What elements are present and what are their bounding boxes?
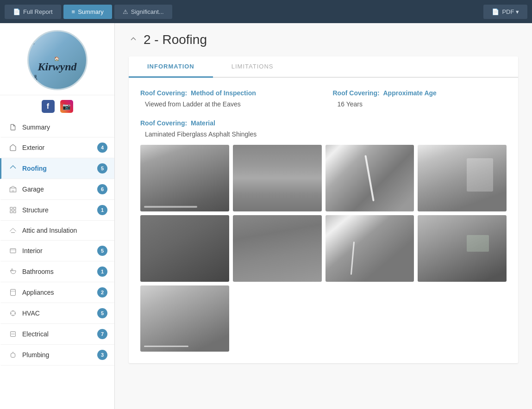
roof-image-9[interactable]: [140, 285, 229, 352]
tab-content-information: Roof Covering: Method of Inspection View…: [129, 78, 518, 363]
svg-rect-11: [11, 289, 16, 295]
age-label: Roof Covering: Approximate Age: [333, 89, 507, 97]
sidebar-item-garage[interactable]: Garage 6: [0, 179, 114, 200]
full-report-button[interactable]: 📄 Full Report: [5, 5, 61, 19]
section-heading: 2 - Roofing: [144, 32, 207, 47]
method-value: Viewed from Ladder at the Eaves: [140, 100, 314, 108]
top-navigation: 📄 Full Report ≡ Summary ⚠ Significant...…: [0, 0, 532, 23]
instagram-icon[interactable]: 📷: [60, 100, 73, 113]
sidebar-item-exterior[interactable]: Exterior 4: [0, 137, 114, 158]
interior-badge: 5: [97, 246, 107, 256]
sidebar-label-electrical: Electrical: [22, 330, 97, 338]
facebook-icon[interactable]: f: [42, 100, 55, 113]
exterior-icon: [8, 143, 18, 152]
sidebar-label-attic: Attic and Insulation: [22, 227, 107, 234]
roofing-badge: 5: [97, 163, 107, 174]
logo-circle: REAL ESTATE SERVICES 🏠 Kirwynd INTERNACH…: [27, 30, 88, 90]
main-layout: REAL ESTATE SERVICES 🏠 Kirwynd INTERNACH…: [0, 23, 532, 409]
garage-icon: [8, 185, 18, 194]
svg-rect-6: [10, 211, 13, 213]
sidebar-label-garage: Garage: [22, 186, 97, 193]
material-value: Laminated Fiberglass Asphalt Shingles: [140, 130, 507, 138]
roof-image-7[interactable]: [325, 215, 414, 282]
info-row-1: Roof Covering: Method of Inspection View…: [140, 89, 507, 108]
svg-text:REAL ESTATE SERVICES: REAL ESTATE SERVICES: [32, 36, 75, 44]
collapse-icon[interactable]: [129, 34, 138, 46]
hvac-icon: [8, 309, 18, 318]
sidebar-item-hvac[interactable]: HVAC 5: [0, 303, 114, 324]
sidebar-label-summary: Summary: [22, 124, 107, 131]
svg-rect-4: [10, 207, 13, 210]
tab-limitations[interactable]: LIMITATIONS: [213, 56, 292, 78]
roof-image-2[interactable]: [233, 145, 322, 211]
sidebar-label-roofing: Roofing: [22, 165, 97, 172]
bathrooms-icon: [8, 267, 18, 276]
structure-badge: 1: [97, 205, 107, 215]
sidebar-label-interior: Interior: [22, 247, 97, 254]
roof-image-3[interactable]: [325, 145, 414, 211]
svg-rect-3: [12, 190, 14, 192]
svg-rect-14: [11, 332, 16, 337]
sidebar-item-structure[interactable]: Structure 1: [0, 200, 114, 221]
sidebar-item-plumbing[interactable]: Plumbing 3: [0, 345, 114, 366]
svg-rect-5: [13, 207, 16, 210]
tabs-header: INFORMATION LIMITATIONS: [129, 56, 518, 78]
svg-rect-9: [10, 248, 16, 253]
sidebar-label-hvac: HVAC: [22, 310, 97, 317]
appliances-badge: 2: [97, 287, 107, 297]
document-small-icon: [8, 123, 18, 132]
appliances-icon: [8, 288, 18, 297]
sidebar-label-appliances: Appliances: [22, 289, 97, 296]
plumbing-badge: 3: [97, 350, 107, 360]
sidebar-navigation: Summary Exterior 4 Roofing 5: [0, 118, 114, 409]
sidebar-item-interior[interactable]: Interior 5: [0, 241, 114, 261]
section-title: 2 - Roofing: [129, 32, 518, 47]
garage-badge: 6: [97, 184, 107, 194]
roof-image-8[interactable]: [418, 215, 507, 282]
sidebar-item-bathrooms[interactable]: Bathrooms 1: [0, 261, 114, 282]
structure-icon: [8, 205, 18, 215]
hvac-badge: 5: [97, 308, 107, 318]
svg-point-15: [12, 334, 13, 335]
list-icon: ≡: [72, 8, 75, 15]
tab-information[interactable]: INFORMATION: [129, 56, 213, 78]
svg-point-16: [13, 334, 14, 335]
document-icon: 📄: [13, 8, 20, 15]
bathrooms-badge: 1: [97, 266, 107, 277]
pdf-icon: 📄: [492, 8, 499, 15]
electrical-badge: 7: [97, 329, 107, 339]
tabs-container: INFORMATION LIMITATIONS Roof Covering: M…: [129, 56, 518, 363]
roof-image-5[interactable]: [140, 215, 229, 282]
info-block-age: Roof Covering: Approximate Age 16 Years: [333, 89, 507, 108]
svg-text:INTERNACHI CERTIFIED: INTERNACHI CERTIFIED: [33, 75, 63, 81]
exterior-badge: 4: [97, 143, 107, 153]
info-block-method: Roof Covering: Method of Inspection View…: [140, 89, 314, 108]
sidebar-label-plumbing: Plumbing: [22, 351, 97, 359]
sidebar-label-bathrooms: Bathrooms: [22, 268, 97, 275]
roof-image-1[interactable]: [140, 145, 229, 211]
warning-icon: ⚠: [123, 8, 128, 15]
plumbing-icon: [8, 350, 18, 359]
sidebar-item-appliances[interactable]: Appliances 2: [0, 282, 114, 303]
age-value: 16 Years: [333, 100, 507, 108]
roof-image-4[interactable]: [418, 145, 507, 211]
social-links: f 📷: [0, 95, 114, 118]
image-grid: [140, 145, 507, 352]
sidebar-label-structure: Structure: [22, 206, 97, 214]
sidebar-item-attic[interactable]: Attic and Insulation: [0, 221, 114, 241]
sidebar-item-electrical[interactable]: Electrical 7: [0, 324, 114, 345]
sidebar-item-roofing[interactable]: Roofing 5: [0, 158, 114, 179]
significant-button[interactable]: ⚠ Significant...: [114, 5, 172, 19]
material-label: Roof Covering: Material: [140, 119, 507, 127]
summary-button[interactable]: ≡ Summary: [63, 5, 112, 19]
svg-rect-7: [13, 211, 16, 213]
logo-arc-text: REAL ESTATE SERVICES: [32, 36, 83, 45]
roof-image-6[interactable]: [233, 215, 322, 282]
sidebar-item-summary[interactable]: Summary: [0, 118, 114, 137]
pdf-button[interactable]: 📄 PDF ▾: [483, 5, 527, 19]
logo-certified-text: INTERNACHI CERTIFIED: [32, 74, 83, 81]
sidebar: REAL ESTATE SERVICES 🏠 Kirwynd INTERNACH…: [0, 23, 115, 409]
electrical-icon: [8, 329, 18, 339]
interior-icon: [8, 246, 18, 255]
logo-brand: Kirwynd: [38, 61, 76, 72]
